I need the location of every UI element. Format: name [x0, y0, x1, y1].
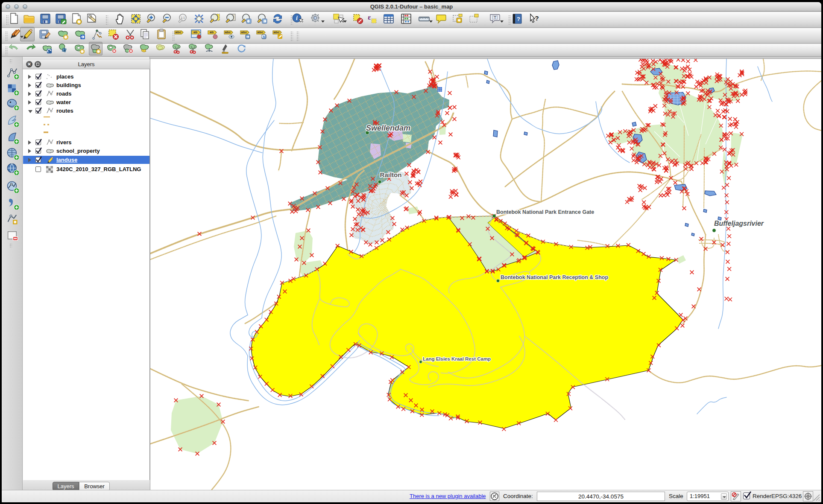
svg-text:abc: abc	[274, 30, 280, 34]
svg-text:abc: abc	[241, 30, 247, 34]
svg-text:ab: ab	[193, 30, 197, 34]
svg-text:Buffeljagsrivier: Buffeljagsrivier	[714, 220, 764, 227]
svg-text:?: ?	[517, 16, 520, 22]
svg-text:abc: abc	[176, 30, 182, 34]
svg-text:abc: abc	[258, 30, 264, 34]
svg-text:i: i	[296, 15, 298, 21]
svg-text:T: T	[494, 15, 496, 20]
svg-text:abc: abc	[225, 30, 231, 34]
svg-text:Bontebok National Park Entranc: Bontebok National Park Entrance Gate	[496, 209, 594, 215]
svg-text:1:1: 1:1	[181, 16, 185, 19]
svg-text:Lang Elsies Kraal Rest Camp: Lang Elsies Kraal Rest Camp	[423, 356, 491, 361]
svg-text:Railton: Railton	[380, 171, 402, 178]
svg-text:Swellendam: Swellendam	[366, 124, 410, 132]
svg-text:ε: ε	[368, 13, 371, 21]
svg-text:ab: ab	[210, 30, 214, 34]
svg-text:Bontebok National Park Recepti: Bontebok National Park Reception & Shop	[501, 274, 608, 280]
svg-text:?: ?	[535, 15, 539, 22]
